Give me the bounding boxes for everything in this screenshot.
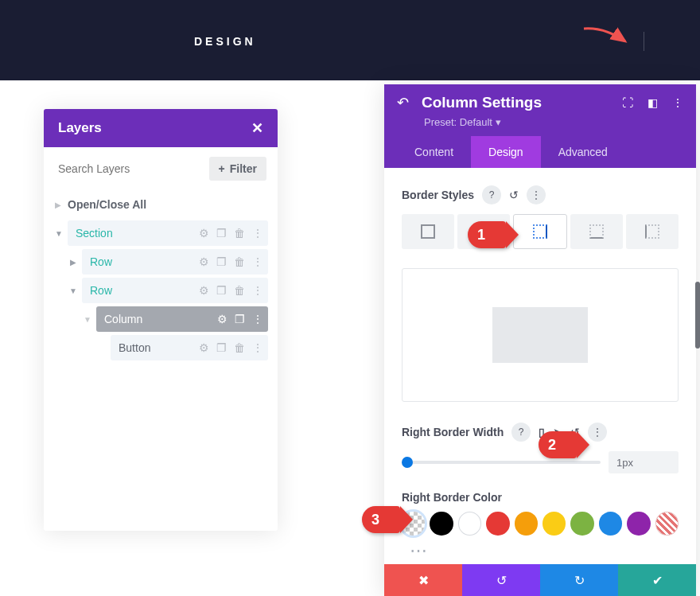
callout-number: 3: [371, 512, 379, 528]
layer-section[interactable]: ▼ Section ⚙ ❐ 🗑 ⋮: [53, 220, 268, 246]
duplicate-icon[interactable]: ❐: [216, 255, 227, 268]
box-left-icon: [645, 224, 659, 239]
layers-title: Layers: [58, 120, 102, 136]
layers-body: ▶ Open/Close All ▼ Section ⚙ ❐ 🗑 ⋮ ▶ Row…: [44, 190, 278, 531]
panel-icon[interactable]: ◧: [648, 96, 658, 109]
box-right-icon: [533, 224, 547, 239]
border-preview: [402, 268, 679, 402]
more-icon[interactable]: ⋮: [252, 255, 263, 268]
layer-row-1[interactable]: ▶ Row ⚙ ❐ 🗑 ⋮: [68, 249, 268, 275]
gear-icon[interactable]: ⚙: [199, 284, 209, 297]
callout-3: 3: [362, 506, 413, 533]
right-border-color-label: Right Border Color: [402, 491, 679, 504]
discard-button[interactable]: ✖: [384, 564, 462, 596]
layer-label: Row: [90, 284, 112, 297]
undo-icon: ↺: [496, 573, 507, 588]
more-icon[interactable]: ⋮: [252, 313, 263, 325]
undo-icon[interactable]: ↶: [397, 94, 409, 111]
duplicate-icon[interactable]: ❐: [216, 341, 227, 354]
more-icon[interactable]: ⋮: [527, 185, 546, 205]
more-icon[interactable]: ⋮: [672, 96, 683, 109]
swatch-blue[interactable]: [599, 512, 622, 536]
open-close-label: Open/Close All: [68, 198, 146, 211]
tab-content[interactable]: Content: [397, 136, 471, 168]
duplicate-icon[interactable]: ❐: [235, 313, 245, 325]
swatch-orange[interactable]: [515, 512, 538, 536]
annotation-arrow-icon: [581, 24, 632, 51]
layers-header: Layers ✕: [44, 109, 278, 147]
tab-design[interactable]: Design: [471, 136, 541, 168]
swatch-white[interactable]: [458, 512, 481, 536]
trash-icon[interactable]: 🗑: [234, 341, 245, 354]
reset-icon[interactable]: ↺: [509, 189, 519, 201]
topbar-divider: [644, 32, 644, 51]
layer-tools: ⚙ ❐ 🗑 ⋮: [199, 255, 263, 268]
settings-panel: ↶ Column Settings ⛶ ◧ ⋮ Preset: Default …: [384, 84, 696, 596]
swatch-striped[interactable]: [655, 512, 679, 536]
open-close-all[interactable]: ▶ Open/Close All: [53, 195, 268, 220]
duplicate-icon[interactable]: ❐: [216, 227, 227, 240]
layer-column[interactable]: ▼ Column ⚙ ❐ ⋮: [82, 306, 268, 332]
plus-icon: +: [219, 162, 225, 175]
layer-button[interactable]: Button ⚙ ❐ 🗑 ⋮: [96, 335, 268, 360]
filter-button[interactable]: + Filter: [209, 157, 266, 181]
trash-icon[interactable]: 🗑: [234, 227, 245, 240]
help-icon[interactable]: ?: [482, 185, 501, 205]
gear-icon[interactable]: ⚙: [217, 313, 228, 325]
swatch-purple[interactable]: [627, 512, 650, 536]
trash-icon[interactable]: 🗑: [234, 284, 245, 297]
border-width-value[interactable]: 1px: [609, 451, 679, 473]
settings-title: Column Settings: [422, 94, 609, 111]
box-icon: [421, 224, 435, 239]
swatch-yellow[interactable]: [542, 512, 566, 536]
trash-icon[interactable]: 🗑: [234, 255, 245, 268]
layer-tools: ⚙ ❐ 🗑 ⋮: [199, 227, 263, 240]
close-icon[interactable]: ✕: [251, 119, 263, 137]
border-style-bottom[interactable]: [570, 214, 623, 249]
chevron-down-icon: ▼: [68, 286, 79, 295]
color-swatches: [402, 512, 679, 536]
expand-icon[interactable]: ⛶: [622, 96, 633, 109]
more-icon[interactable]: ⋮: [252, 227, 263, 240]
chevron-right-icon: ▶: [55, 201, 61, 209]
callout-1: 1: [468, 221, 519, 248]
swatch-black[interactable]: [430, 512, 453, 536]
border-styles-label: Border Styles: [402, 189, 474, 201]
settings-header: ↶ Column Settings ⛶ ◧ ⋮ Preset: Default …: [384, 84, 696, 168]
duplicate-icon[interactable]: ❐: [216, 284, 227, 297]
border-style-left[interactable]: [626, 214, 679, 249]
search-input[interactable]: [55, 158, 201, 180]
undo-button[interactable]: ↺: [462, 564, 540, 596]
gear-icon[interactable]: ⚙: [199, 341, 209, 354]
save-button[interactable]: ✔: [618, 564, 696, 596]
chevron-down-icon: ▾: [496, 116, 501, 128]
more-icon[interactable]: ⋮: [588, 423, 607, 442]
more-icon[interactable]: ⋮: [252, 284, 263, 297]
gear-icon[interactable]: ⚙: [199, 227, 209, 240]
border-style-all[interactable]: [402, 214, 454, 249]
swatch-green[interactable]: [570, 512, 593, 536]
header-actions: ⛶ ◧ ⋮: [622, 96, 683, 109]
layer-tools: ⚙ ❐ 🗑 ⋮: [199, 284, 263, 297]
redo-button[interactable]: ↻: [540, 564, 618, 596]
border-width-slider[interactable]: [402, 461, 601, 464]
swatch-red[interactable]: [486, 512, 509, 536]
help-icon[interactable]: ?: [511, 423, 531, 442]
more-icon[interactable]: ⋮: [252, 341, 263, 354]
close-icon: ✖: [418, 573, 429, 588]
border-style-right[interactable]: [513, 214, 567, 249]
slider-thumb[interactable]: [402, 457, 413, 468]
scrollbar-thumb[interactable]: [695, 282, 700, 349]
chevron-down-icon: ▼: [53, 229, 64, 238]
layer-row-2[interactable]: ▼ Row ⚙ ❐ 🗑 ⋮: [68, 278, 268, 303]
more-colors-icon[interactable]: ⋯: [410, 540, 679, 561]
gear-icon[interactable]: ⚙: [199, 255, 209, 268]
preset-selector[interactable]: Preset: Default ▾: [397, 111, 683, 136]
redo-icon: ↻: [574, 573, 585, 588]
border-style-group: [402, 214, 679, 249]
check-icon: ✔: [652, 573, 663, 588]
callout-number: 2: [548, 437, 556, 454]
tab-advanced[interactable]: Advanced: [541, 136, 625, 168]
preview-inner: [492, 307, 588, 363]
chevron-right-icon: ▶: [68, 258, 79, 267]
